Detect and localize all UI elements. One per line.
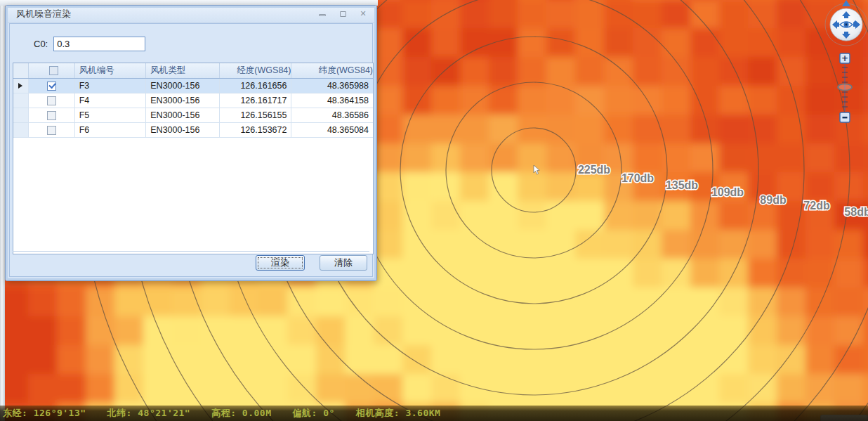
cell-latitude: 48.365988: [291, 79, 373, 93]
table-header-row: 风机编号 风机类型 经度(WGS84) 纬度(WGS84): [13, 63, 373, 79]
column-header-turbine-id[interactable]: 风机编号: [75, 63, 147, 78]
cell-latitude: 48.365084: [291, 123, 373, 137]
cell-longitude: 126.161717: [220, 93, 292, 108]
row-selector-cell[interactable]: [13, 123, 29, 137]
zoom-out-icon: [843, 117, 848, 118]
turbine-table: 风机编号 风机类型 经度(WGS84) 纬度(WGS84) F3EN3000-1…: [13, 63, 374, 254]
noise-level-label: 58db: [844, 206, 868, 218]
current-row-arrow-icon: [18, 83, 22, 89]
cell-turbine-id: F5: [75, 108, 147, 122]
maximize-button[interactable]: [336, 8, 349, 19]
row-checkbox-cell[interactable]: [29, 93, 75, 108]
map-navigation-widget: +: [820, 0, 868, 130]
c0-input[interactable]: [53, 37, 145, 51]
cell-longitude: 126.161656: [220, 79, 292, 93]
dialog-titlebar[interactable]: 风机噪音渲染 ✕: [6, 6, 376, 23]
row-selector-cell[interactable]: [13, 79, 29, 93]
noise-level-label: 170db: [622, 172, 654, 184]
noise-level-label: 89db: [760, 194, 787, 206]
dialog-footer: 渲染 清除: [13, 251, 369, 273]
status-item: 北纬: 48°21'21": [107, 407, 191, 420]
close-button[interactable]: ✕: [357, 8, 369, 19]
status-item: 东经: 126°9'13": [3, 407, 86, 420]
row-checkbox[interactable]: [47, 111, 56, 120]
maximize-icon: [340, 11, 346, 17]
column-header-longitude[interactable]: 经度(WGS84): [220, 63, 292, 78]
status-item: 高程: 0.00M: [211, 407, 271, 420]
table-row[interactable]: F6EN3000-156126.15367248.365084: [13, 123, 373, 138]
dialog-title: 风机噪音渲染: [16, 8, 71, 20]
cell-turbine-type: EN3000-156: [146, 79, 220, 93]
zoom-slider-handle[interactable]: [838, 84, 852, 91]
status-item: 相机高度: 3.60KM: [356, 407, 441, 420]
cell-turbine-id: F4: [75, 93, 147, 108]
application-window: 225db170db135db109db89db72db58db +: [0, 0, 868, 421]
row-checkbox[interactable]: [47, 126, 56, 135]
table-row[interactable]: F4EN3000-156126.16171748.364158: [13, 93, 373, 108]
background-window-edge-left: [0, 0, 5, 421]
cell-turbine-id: F3: [75, 79, 147, 93]
row-selector-header: [13, 63, 29, 78]
cell-turbine-type: EN3000-156: [146, 108, 220, 122]
row-selector-cell[interactable]: [13, 93, 29, 108]
noise-level-label: 135db: [666, 179, 698, 191]
cell-turbine-type: EN3000-156: [146, 93, 220, 108]
noise-level-label: 109db: [711, 186, 744, 198]
cell-latitude: 48.364158: [291, 93, 373, 108]
clear-button[interactable]: 清除: [320, 255, 367, 271]
select-all-checkbox[interactable]: [49, 66, 58, 75]
table-row[interactable]: F3EN3000-156126.16165648.365988: [13, 79, 373, 93]
row-checkbox-cell[interactable]: [29, 79, 75, 93]
cell-turbine-id: F6: [75, 123, 147, 137]
table-body: F3EN3000-156126.16165648.365988F4EN3000-…: [13, 79, 373, 138]
row-checkbox[interactable]: [47, 96, 56, 105]
close-icon: ✕: [360, 10, 366, 18]
minimize-button[interactable]: [316, 8, 329, 19]
status-bar: 东经: 126°9'13"北纬: 48°21'21"高程: 0.00M偏航: 0…: [0, 406, 868, 421]
table-row[interactable]: F5EN3000-156126.15615548.36586: [13, 108, 373, 123]
row-checkbox-cell[interactable]: [29, 123, 75, 137]
status-item: 偏航: 0°: [292, 407, 334, 420]
pan-north-icon[interactable]: [842, 0, 850, 6]
cell-latitude: 48.36586: [291, 108, 373, 122]
row-checkbox-cell[interactable]: [29, 108, 75, 122]
row-selector-cell[interactable]: [13, 108, 29, 122]
column-header-turbine-type[interactable]: 风机类型: [146, 63, 220, 78]
render-button[interactable]: 渲染: [256, 255, 305, 271]
noise-level-label: 225db: [578, 164, 610, 176]
dialog-content: C0: 风机编号 风机类型 经度(WGS84) 纬度(WGS84) F3EN30…: [9, 23, 373, 277]
cell-turbine-type: EN3000-156: [146, 123, 220, 137]
noise-level-label: 72db: [803, 200, 830, 212]
select-all-header[interactable]: [29, 63, 75, 78]
cell-longitude: 126.156155: [220, 108, 292, 122]
column-header-latitude[interactable]: 纬度(WGS84): [291, 63, 373, 78]
cell-longitude: 126.153672: [220, 123, 292, 137]
row-checkbox[interactable]: [47, 82, 56, 91]
zoom-in-icon: +: [841, 53, 848, 63]
wind-turbine-noise-dialog: 风机噪音渲染 ✕ C0: 风机编号 风机类型 经度(WGS84) 纬度(WGS: [5, 5, 377, 281]
c0-label: C0:: [34, 39, 48, 49]
minimize-icon: [319, 14, 326, 16]
